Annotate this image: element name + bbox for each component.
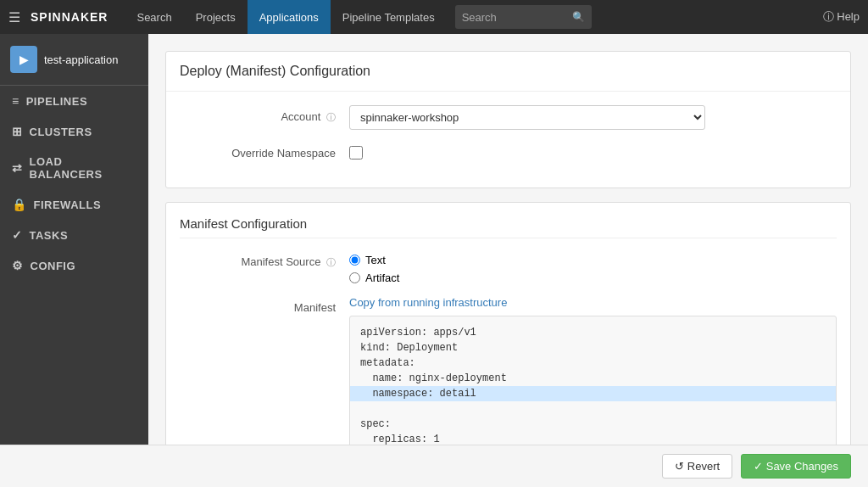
manifest-config-title: Manifest Configuration: [180, 216, 837, 238]
account-info-icon: ⓘ: [326, 112, 336, 122]
manifest-source-text-label: Text: [365, 254, 386, 266]
deploy-title: Deploy (Manifest) Configuration: [166, 52, 850, 92]
copy-link[interactable]: Copy from running infrastructure: [349, 296, 507, 309]
manifest-config-body: Manifest Configuration Manifest Source ⓘ…: [166, 203, 850, 445]
revert-button[interactable]: ↺ Revert: [662, 454, 732, 479]
code-editor[interactable]: apiVersion: apps/v1 kind: Deployment met…: [349, 316, 837, 445]
manifest-control: Copy from running infrastructure apiVers…: [349, 296, 837, 445]
sidebar-item-tasks[interactable]: ✓ TASKS: [0, 220, 148, 250]
account-control: spinnaker-workshop: [349, 105, 705, 130]
load-balancers-icon: ⇄: [12, 161, 23, 175]
search-input[interactable]: [462, 11, 572, 24]
code-line-1: apiVersion: apps/v1: [360, 327, 476, 339]
tasks-icon: ✓: [12, 228, 23, 242]
manifest-source-text-radio[interactable]: [349, 255, 360, 266]
account-row: Account ⓘ spinnaker-workshop: [180, 105, 837, 130]
clusters-icon: ⊞: [12, 125, 23, 138]
sidebar-item-config[interactable]: ⚙ CONFIG: [0, 250, 148, 281]
brand-logo: SPINNAKER: [31, 10, 108, 24]
deploy-section: Deploy (Manifest) Configuration Account …: [165, 51, 851, 188]
nav-search[interactable]: Search: [125, 0, 183, 34]
sidebar-item-load-balancers[interactable]: ⇄ LOAD BALANCERS: [0, 147, 148, 189]
sidebar-item-pipelines-label: PIPELINES: [26, 95, 87, 108]
manifest-row: Manifest Copy from running infrastructur…: [180, 296, 837, 445]
pipelines-icon: ≡: [12, 94, 19, 108]
nav-pipeline-templates[interactable]: Pipeline Templates: [331, 0, 447, 34]
sidebar: ▶ test-application ≡ PIPELINES ⊞ CLUSTER…: [0, 34, 148, 445]
override-namespace-label: Override Namespace: [180, 142, 349, 160]
sidebar-item-firewalls[interactable]: 🔒 FIREWALLS: [0, 189, 148, 220]
manifest-source-label: Manifest Source ⓘ: [180, 250, 349, 269]
code-line-4: name: nginx-deployment: [360, 372, 507, 384]
override-namespace-checkbox[interactable]: [349, 146, 363, 160]
sidebar-item-pipelines[interactable]: ≡ PIPELINES: [0, 86, 148, 116]
manifest-source-info-icon: ⓘ: [326, 257, 336, 267]
manifest-source-artifact-option[interactable]: Artifact: [349, 271, 705, 284]
nav-projects[interactable]: Projects: [184, 0, 248, 34]
main-wrapper: ▶ test-application ≡ PIPELINES ⊞ CLUSTER…: [0, 34, 868, 445]
code-line-2: kind: Deployment: [360, 342, 458, 354]
manifest-source-row: Manifest Source ⓘ Text Artifact: [180, 250, 837, 284]
sidebar-item-clusters-label: CLUSTERS: [30, 126, 92, 138]
account-select[interactable]: spinnaker-workshop: [349, 105, 705, 130]
manifest-source-artifact-radio[interactable]: [349, 272, 360, 283]
override-namespace-control: [349, 142, 705, 162]
content-area: Deploy (Manifest) Configuration Account …: [148, 34, 868, 445]
manifest-source-radio-group: Text Artifact: [349, 250, 705, 284]
top-nav: ☰ SPINNAKER Search Projects Applications…: [0, 0, 868, 34]
account-label: Account ⓘ: [180, 105, 349, 124]
search-bar[interactable]: 🔍: [455, 5, 592, 29]
save-button[interactable]: ✓ Save Changes: [741, 454, 851, 479]
code-line-3: metadata:: [360, 357, 415, 369]
footer: ↺ Revert ✓ Save Changes: [0, 445, 868, 487]
manifest-label: Manifest: [180, 296, 349, 314]
manifest-config-section: Manifest Configuration Manifest Source ⓘ…: [165, 202, 851, 445]
config-icon: ⚙: [12, 259, 24, 272]
sidebar-item-config-label: CONFIG: [31, 260, 76, 272]
sidebar-item-tasks-label: TASKS: [30, 229, 69, 242]
app-icon: ▶: [10, 46, 37, 73]
search-icon: 🔍: [572, 11, 585, 23]
deploy-body: Account ⓘ spinnaker-workshop Override Na…: [166, 92, 850, 188]
sidebar-item-clusters[interactable]: ⊞ CLUSTERS: [0, 116, 148, 147]
hamburger-icon[interactable]: ☰: [8, 9, 20, 25]
manifest-source-artifact-label: Artifact: [365, 271, 399, 284]
manifest-source-control: Text Artifact: [349, 250, 705, 284]
code-line-5-highlighted: namespace: detail: [350, 386, 836, 401]
manifest-source-text-option[interactable]: Text: [349, 254, 705, 266]
help-link[interactable]: ⓘ Help: [823, 9, 860, 25]
app-header: ▶ test-application: [0, 34, 148, 86]
code-line-7: replicas: 1: [360, 434, 440, 445]
nav-applications[interactable]: Applications: [248, 0, 331, 34]
firewalls-icon: 🔒: [12, 198, 27, 211]
code-line-6: spec:: [360, 418, 391, 430]
nav-links: Search Projects Applications Pipeline Te…: [125, 0, 446, 34]
sidebar-item-firewalls-label: FIREWALLS: [34, 199, 102, 211]
app-name: test-application: [44, 53, 118, 66]
override-namespace-row: Override Namespace: [180, 142, 837, 162]
sidebar-item-load-balancers-label: LOAD BALANCERS: [30, 155, 137, 181]
